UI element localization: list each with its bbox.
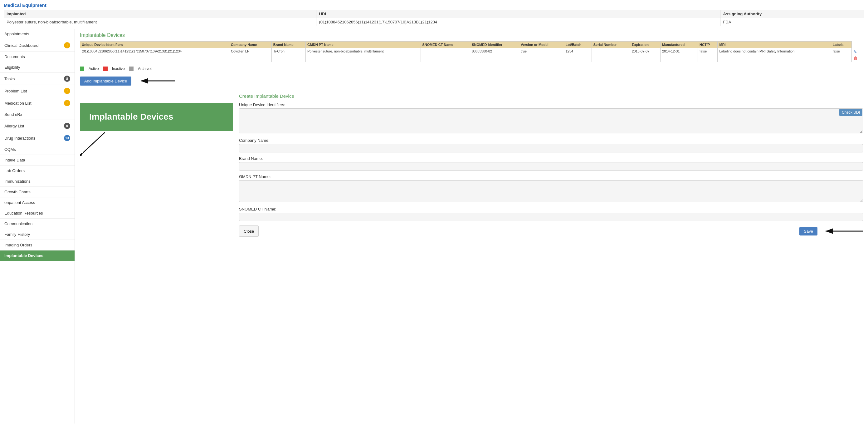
- table-cell: false: [698, 48, 718, 62]
- sidebar-item-lab-orders[interactable]: Lab Orders: [0, 166, 74, 176]
- company-label: Company Name:: [239, 138, 863, 143]
- arrow-annotation: [137, 75, 175, 87]
- legend-active-label: Active: [89, 66, 99, 71]
- check-udi-button[interactable]: Check UDI: [839, 109, 862, 116]
- create-form-section: Create Implantable Device Unique Device …: [239, 93, 863, 237]
- gmdn-input[interactable]: [239, 180, 863, 202]
- sidebar-item-family-history[interactable]: Family History: [0, 229, 74, 240]
- sidebar-arrow: [80, 131, 142, 156]
- udi-group: Unique Device Identifiers: Check UDI: [239, 103, 863, 134]
- snomed-label: SNOMED CT Name:: [239, 207, 863, 211]
- sidebar-item-label: Eligibility: [4, 65, 20, 69]
- add-button-row: Add Implantable Device: [80, 75, 863, 87]
- table-row: (01)10884521062856(11)141231(17)150707(1…: [80, 48, 863, 62]
- close-button[interactable]: Close: [239, 226, 259, 237]
- company-group: Company Name:: [239, 138, 863, 152]
- sidebar-item-documents[interactable]: Documents: [0, 52, 74, 62]
- implantable-devices-banner: Implantable Devices: [80, 103, 233, 131]
- sidebar-item-label: Documents: [4, 54, 25, 59]
- sidebar-item-cqms[interactable]: CQMs: [0, 144, 74, 155]
- device-col-header: Expiration: [630, 41, 660, 48]
- snomed-group: SNOMED CT Name:: [239, 207, 863, 221]
- sidebar-item-send-erx[interactable]: Send eRx: [0, 109, 74, 120]
- udi-input[interactable]: [239, 108, 863, 133]
- sidebar-item-label: Implantable Devices: [4, 253, 43, 258]
- legend-active-box: [80, 66, 84, 71]
- sidebar-item-eligibility[interactable]: Eligibility: [0, 62, 74, 73]
- sidebar-item-growth-charts[interactable]: Growth Charts: [0, 187, 74, 197]
- company-input[interactable]: [239, 144, 863, 152]
- sidebar-item-education-resources[interactable]: Education Resources: [0, 208, 74, 219]
- bottom-section: Implantable Devices Create Implanta: [80, 93, 863, 237]
- sidebar: AppointmentsClinical Dashboard!Documents…: [0, 29, 75, 424]
- table-cell: FDA: [720, 18, 864, 26]
- sidebar-item-communication[interactable]: Communication: [0, 219, 74, 229]
- gmdn-label: GMDN PT Name:: [239, 174, 863, 179]
- sidebar-item-label: Education Resources: [4, 211, 43, 216]
- sidebar-badge: !: [64, 100, 70, 106]
- sidebar-item-drug-interactions[interactable]: Drug Interactions13: [0, 132, 74, 144]
- sidebar-item-clinical-dashboard[interactable]: Clinical Dashboard!: [0, 39, 74, 52]
- table-cell: false: [831, 48, 851, 62]
- device-col-header: Company Name: [229, 41, 272, 48]
- main-layout: AppointmentsClinical Dashboard!Documents…: [0, 29, 868, 424]
- sidebar-item-imaging-orders[interactable]: Imaging Orders: [0, 240, 74, 251]
- sidebar-item-label: Intake Data: [4, 158, 25, 162]
- sidebar-item-tasks[interactable]: Tasks8: [0, 73, 74, 85]
- table-cell: 2015-07-07: [630, 48, 660, 62]
- content-area: Implantable Devices Unique Device Identi…: [75, 29, 868, 424]
- device-col-header: HCT/P: [698, 41, 718, 48]
- sidebar-item-label: Appointments: [4, 32, 29, 36]
- banner-side: Implantable Devices: [80, 93, 233, 156]
- sidebar-item-medication-list[interactable]: Medication List!: [0, 97, 74, 109]
- sidebar-badge: 13: [64, 135, 70, 141]
- banner-arrow-container: [80, 131, 233, 156]
- sidebar-item-label: Allergy List: [4, 124, 24, 129]
- sidebar-badge: 8: [64, 76, 70, 82]
- sidebar-item-intake-data[interactable]: Intake Data: [0, 155, 74, 166]
- table-cell: Ti-Cron: [272, 48, 306, 62]
- device-col-header: Brand Name: [272, 41, 306, 48]
- legend-inactive-label: Inactive: [112, 66, 125, 71]
- save-arrow: [823, 226, 863, 237]
- sidebar-item-problem-list[interactable]: Problem List!: [0, 85, 74, 97]
- device-table: Unique Device IdentifiersCompany NameBra…: [80, 41, 863, 62]
- sidebar-item-label: CQMs: [4, 147, 16, 152]
- device-col-header: Serial Number: [592, 41, 630, 48]
- table-cell: (01)10884521062856(11)141231(17)150707(1…: [80, 48, 229, 62]
- legend-archived-label: Archived: [138, 66, 153, 71]
- delete-icon[interactable]: 🗑: [853, 56, 861, 61]
- device-col-header: GMDN PT Name: [306, 41, 421, 48]
- action-cell: ✎ 🗑: [851, 48, 863, 62]
- create-form-title: Create Implantable Device: [239, 93, 863, 99]
- table-cell: 2014-12-31: [660, 48, 698, 62]
- col-assigning-authority: Assigning Authority: [720, 10, 864, 18]
- form-buttons: Close Save: [239, 226, 863, 237]
- sidebar-item-appointments[interactable]: Appointments: [0, 29, 74, 39]
- legend: Active Inactive Archived: [80, 66, 863, 71]
- edit-icon[interactable]: ✎: [853, 49, 861, 54]
- legend-inactive-box: [103, 66, 107, 71]
- add-implantable-device-button[interactable]: Add Implantable Device: [80, 77, 131, 86]
- svg-line-3: [83, 133, 105, 153]
- device-col-header: SNOMED CT Name: [421, 41, 470, 48]
- sidebar-item-allergy-list[interactable]: Allergy List0: [0, 120, 74, 132]
- sidebar-item-label: onpatient Access: [4, 200, 35, 205]
- table-cell: Polyester suture, non-bioabsorbable, mul…: [306, 48, 421, 62]
- sidebar-item-immunizations[interactable]: Immunizations: [0, 176, 74, 187]
- sidebar-item-onpatient-access[interactable]: onpatient Access: [0, 197, 74, 208]
- page-title: Medical Equipment: [4, 2, 864, 8]
- sidebar-item-label: Tasks: [4, 77, 15, 81]
- table-cell: [592, 48, 630, 62]
- table-cell: 88863380-82: [470, 48, 519, 62]
- brand-input[interactable]: [239, 162, 863, 171]
- snomed-input[interactable]: [239, 213, 863, 221]
- sidebar-badge: !: [64, 42, 70, 49]
- sidebar-item-implantable-devices[interactable]: Implantable Devices: [0, 251, 74, 261]
- sidebar-item-label: Lab Orders: [4, 168, 25, 173]
- device-col-header: MRI: [718, 41, 831, 48]
- medical-equipment-section: Medical Equipment Implanted UDI Assignin…: [0, 0, 868, 29]
- save-button[interactable]: Save: [799, 227, 817, 235]
- sidebar-item-label: Growth Charts: [4, 190, 31, 194]
- device-col-header: Labels: [831, 41, 851, 48]
